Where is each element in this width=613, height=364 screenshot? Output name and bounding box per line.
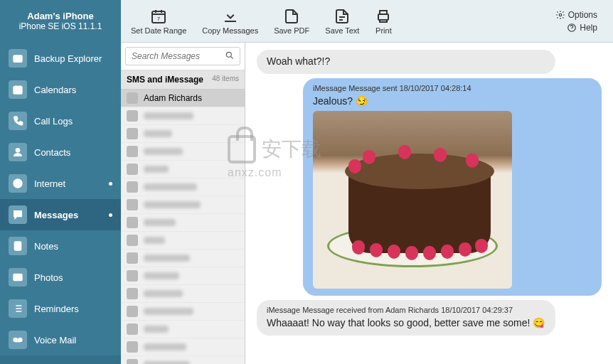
list-icon — [9, 299, 27, 318]
contact-row[interactable] — [121, 356, 245, 364]
avatar-icon — [127, 164, 138, 175]
chat-icon — [9, 205, 27, 224]
avatar-icon — [127, 252, 138, 264]
contact-row[interactable] — [121, 107, 245, 125]
calendar-icon — [9, 80, 27, 99]
avatar-icon — [127, 323, 138, 335]
sidebar-item-contacts[interactable]: Contacts — [0, 136, 121, 168]
sidebar-item-backup-explorer[interactable]: Backup Explorer — [0, 43, 121, 74]
options-button[interactable]: Options — [555, 10, 597, 20]
indicator-dot — [109, 182, 112, 186]
message-received: Woah what?!? — [257, 50, 555, 74]
svg-rect-6 — [14, 86, 22, 94]
contact-row[interactable] — [121, 303, 245, 321]
photo-icon — [9, 268, 27, 287]
globe-icon — [9, 174, 27, 193]
folder-icon — [9, 49, 27, 68]
sidebar-item-notes[interactable]: Notes — [0, 230, 121, 262]
contacts-icon — [9, 143, 27, 161]
note-icon — [9, 237, 27, 255]
save-pdf-button[interactable]: Save PDF — [270, 5, 314, 38]
help-button[interactable]: Help — [555, 23, 597, 33]
search-input[interactable] — [125, 47, 240, 65]
contact-row[interactable] — [121, 196, 245, 214]
avatar-icon — [127, 181, 138, 193]
help-icon — [567, 23, 577, 33]
avatar-icon — [127, 146, 138, 157]
contact-pane: SMS and iMessage 48 items Adam Richards — [121, 43, 245, 364]
topbar: Adam's iPhone iPhone SE iOS 11.1.1 7 Set… — [0, 0, 613, 43]
svg-point-7 — [16, 149, 19, 152]
sidebar-item-call-logs[interactable]: Call Logs — [0, 105, 121, 136]
svg-point-13 — [18, 338, 22, 341]
device-name: Adam's iPhone — [27, 11, 93, 21]
search-wrap — [121, 43, 245, 70]
contact-row[interactable] — [121, 214, 245, 232]
svg-text:7: 7 — [157, 16, 161, 22]
svg-point-12 — [14, 338, 17, 341]
avatar-icon — [127, 270, 138, 282]
sidebar: Backup ExplorerCalendarsCall LogsContact… — [0, 43, 121, 364]
chat-pane[interactable]: Woah what?!? iMessage Message sent 18/10… — [245, 43, 613, 364]
contact-row[interactable] — [121, 178, 245, 196]
contact-row[interactable] — [121, 321, 245, 338]
contact-row[interactable] — [121, 143, 245, 161]
message-received: iMessage Message received from Adam Rich… — [257, 300, 555, 336]
message-sent: iMessage Message sent 18/10/2017 04:28:1… — [303, 78, 602, 296]
sidebar-item-voice-mail[interactable]: Voice Mail — [0, 324, 121, 355]
copy-messages-button[interactable]: Copy Messages — [198, 5, 262, 38]
avatar-icon — [127, 359, 138, 364]
contact-row[interactable] — [121, 125, 245, 143]
avatar-icon — [127, 128, 138, 139]
avatar-icon — [127, 217, 138, 228]
contact-row[interactable]: Adam Richards — [121, 90, 245, 107]
contact-row[interactable] — [121, 338, 245, 356]
svg-point-14 — [226, 52, 231, 57]
calendar-icon: 7 — [150, 8, 167, 25]
change-backup-button[interactable]: Change Backup — [0, 355, 121, 364]
sidebar-item-photos[interactable]: Photos — [0, 262, 121, 293]
toolbar: 7 Set Date Range Copy Messages Save PDF … — [121, 5, 613, 38]
svg-rect-2 — [378, 14, 388, 20]
sidebar-item-reminders[interactable]: Reminders — [0, 293, 121, 324]
sidebar-item-internet[interactable]: Internet — [0, 168, 121, 199]
avatar-icon — [127, 341, 138, 353]
save-text-button[interactable]: Save Text — [321, 5, 363, 38]
contact-list-header: SMS and iMessage 48 items — [121, 70, 245, 90]
download-icon — [222, 8, 239, 25]
voicemail-icon — [9, 331, 27, 349]
contact-row[interactable] — [121, 285, 245, 303]
pdf-icon — [283, 8, 300, 25]
set-date-range-button[interactable]: 7 Set Date Range — [127, 5, 191, 38]
sidebar-item-calendars[interactable]: Calendars — [0, 74, 121, 105]
contact-row[interactable] — [121, 161, 245, 178]
avatar-icon — [127, 235, 138, 246]
device-model: iPhone SE iOS 11.1.1 — [19, 21, 102, 31]
contact-row[interactable] — [121, 250, 245, 267]
avatar-icon — [127, 110, 138, 122]
print-button[interactable]: Print — [371, 5, 396, 38]
avatar-icon — [127, 92, 138, 104]
device-info: Adam's iPhone iPhone SE iOS 11.1.1 — [0, 0, 121, 43]
attached-image[interactable] — [313, 111, 512, 289]
gear-icon — [555, 10, 565, 20]
contact-row[interactable] — [121, 267, 245, 285]
sidebar-item-messages[interactable]: Messages — [0, 199, 121, 230]
text-file-icon — [334, 8, 351, 25]
main: Backup ExplorerCalendarsCall LogsContact… — [0, 43, 613, 364]
print-icon — [375, 8, 392, 25]
avatar-icon — [127, 199, 138, 210]
contact-row[interactable] — [121, 232, 245, 250]
avatar-icon — [127, 306, 138, 317]
svg-point-3 — [559, 14, 562, 16]
avatar-icon — [127, 288, 138, 299]
top-right-menu: Options Help — [555, 10, 607, 33]
indicator-dot — [109, 213, 112, 217]
search-icon — [225, 50, 235, 60]
contact-list[interactable]: Adam Richards — [121, 90, 245, 364]
phone-icon — [9, 112, 27, 130]
